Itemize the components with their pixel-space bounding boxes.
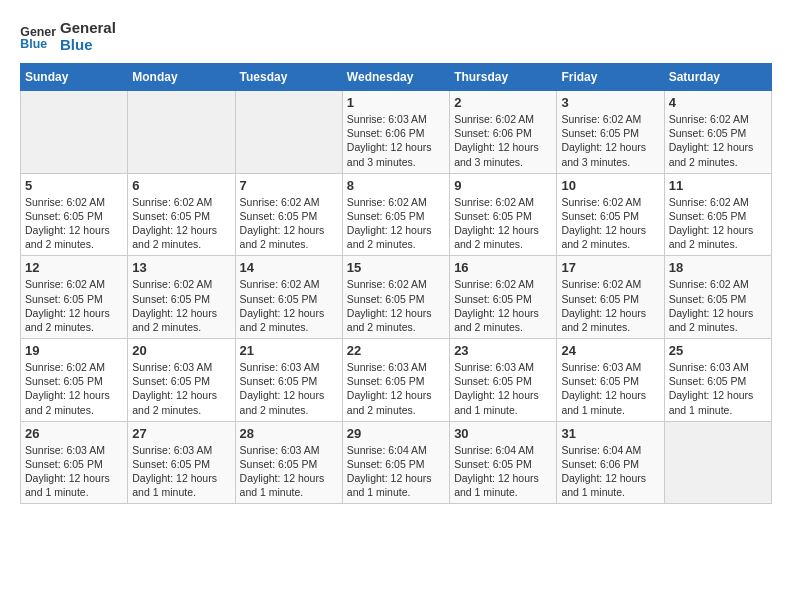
day-info: Sunrise: 6:03 AM Sunset: 6:05 PM Dayligh… <box>132 443 230 500</box>
day-number: 20 <box>132 343 230 358</box>
calendar-cell: 4Sunrise: 6:02 AM Sunset: 6:05 PM Daylig… <box>664 91 771 174</box>
weekday-header-sunday: Sunday <box>21 64 128 91</box>
day-info: Sunrise: 6:03 AM Sunset: 6:05 PM Dayligh… <box>561 360 659 417</box>
day-info: Sunrise: 6:02 AM Sunset: 6:05 PM Dayligh… <box>454 195 552 252</box>
day-number: 18 <box>669 260 767 275</box>
weekday-header-wednesday: Wednesday <box>342 64 449 91</box>
day-info: Sunrise: 6:03 AM Sunset: 6:05 PM Dayligh… <box>25 443 123 500</box>
weekday-header-row: SundayMondayTuesdayWednesdayThursdayFrid… <box>21 64 772 91</box>
day-info: Sunrise: 6:03 AM Sunset: 6:06 PM Dayligh… <box>347 112 445 169</box>
weekday-header-friday: Friday <box>557 64 664 91</box>
day-info: Sunrise: 6:02 AM Sunset: 6:05 PM Dayligh… <box>561 112 659 169</box>
calendar-cell: 13Sunrise: 6:02 AM Sunset: 6:05 PM Dayli… <box>128 256 235 339</box>
weekday-header-monday: Monday <box>128 64 235 91</box>
calendar-cell: 12Sunrise: 6:02 AM Sunset: 6:05 PM Dayli… <box>21 256 128 339</box>
logo-name-blue: Blue <box>60 37 116 54</box>
day-info: Sunrise: 6:02 AM Sunset: 6:05 PM Dayligh… <box>347 277 445 334</box>
calendar-cell: 16Sunrise: 6:02 AM Sunset: 6:05 PM Dayli… <box>450 256 557 339</box>
day-info: Sunrise: 6:02 AM Sunset: 6:05 PM Dayligh… <box>347 195 445 252</box>
calendar-cell: 23Sunrise: 6:03 AM Sunset: 6:05 PM Dayli… <box>450 339 557 422</box>
calendar-cell: 31Sunrise: 6:04 AM Sunset: 6:06 PM Dayli… <box>557 421 664 504</box>
day-number: 6 <box>132 178 230 193</box>
calendar-cell: 25Sunrise: 6:03 AM Sunset: 6:05 PM Dayli… <box>664 339 771 422</box>
day-number: 26 <box>25 426 123 441</box>
calendar-cell: 11Sunrise: 6:02 AM Sunset: 6:05 PM Dayli… <box>664 173 771 256</box>
day-info: Sunrise: 6:02 AM Sunset: 6:05 PM Dayligh… <box>669 277 767 334</box>
day-number: 12 <box>25 260 123 275</box>
calendar-cell: 5Sunrise: 6:02 AM Sunset: 6:05 PM Daylig… <box>21 173 128 256</box>
logo-icon: General Blue <box>20 22 56 52</box>
day-info: Sunrise: 6:02 AM Sunset: 6:05 PM Dayligh… <box>240 277 338 334</box>
day-number: 8 <box>347 178 445 193</box>
day-number: 19 <box>25 343 123 358</box>
day-info: Sunrise: 6:02 AM Sunset: 6:06 PM Dayligh… <box>454 112 552 169</box>
calendar-cell: 9Sunrise: 6:02 AM Sunset: 6:05 PM Daylig… <box>450 173 557 256</box>
calendar-cell: 24Sunrise: 6:03 AM Sunset: 6:05 PM Dayli… <box>557 339 664 422</box>
calendar-cell <box>21 91 128 174</box>
calendar-cell <box>128 91 235 174</box>
day-info: Sunrise: 6:02 AM Sunset: 6:05 PM Dayligh… <box>454 277 552 334</box>
day-info: Sunrise: 6:02 AM Sunset: 6:05 PM Dayligh… <box>25 277 123 334</box>
weekday-header-tuesday: Tuesday <box>235 64 342 91</box>
day-number: 11 <box>669 178 767 193</box>
calendar-cell: 21Sunrise: 6:03 AM Sunset: 6:05 PM Dayli… <box>235 339 342 422</box>
day-number: 15 <box>347 260 445 275</box>
day-number: 5 <box>25 178 123 193</box>
day-info: Sunrise: 6:03 AM Sunset: 6:05 PM Dayligh… <box>240 443 338 500</box>
svg-text:Blue: Blue <box>20 37 47 51</box>
calendar-table: SundayMondayTuesdayWednesdayThursdayFrid… <box>20 63 772 504</box>
day-number: 17 <box>561 260 659 275</box>
day-number: 2 <box>454 95 552 110</box>
day-number: 27 <box>132 426 230 441</box>
day-info: Sunrise: 6:02 AM Sunset: 6:05 PM Dayligh… <box>25 195 123 252</box>
calendar-cell: 27Sunrise: 6:03 AM Sunset: 6:05 PM Dayli… <box>128 421 235 504</box>
calendar-cell: 2Sunrise: 6:02 AM Sunset: 6:06 PM Daylig… <box>450 91 557 174</box>
calendar-cell: 22Sunrise: 6:03 AM Sunset: 6:05 PM Dayli… <box>342 339 449 422</box>
calendar-cell <box>235 91 342 174</box>
calendar-cell: 28Sunrise: 6:03 AM Sunset: 6:05 PM Dayli… <box>235 421 342 504</box>
calendar-cell: 1Sunrise: 6:03 AM Sunset: 6:06 PM Daylig… <box>342 91 449 174</box>
day-info: Sunrise: 6:03 AM Sunset: 6:05 PM Dayligh… <box>454 360 552 417</box>
calendar-cell: 10Sunrise: 6:02 AM Sunset: 6:05 PM Dayli… <box>557 173 664 256</box>
day-number: 14 <box>240 260 338 275</box>
day-info: Sunrise: 6:02 AM Sunset: 6:05 PM Dayligh… <box>132 277 230 334</box>
day-number: 23 <box>454 343 552 358</box>
calendar-cell: 20Sunrise: 6:03 AM Sunset: 6:05 PM Dayli… <box>128 339 235 422</box>
logo: General Blue General Blue <box>20 20 116 53</box>
day-number: 30 <box>454 426 552 441</box>
day-number: 3 <box>561 95 659 110</box>
calendar-week-row: 12Sunrise: 6:02 AM Sunset: 6:05 PM Dayli… <box>21 256 772 339</box>
calendar-cell <box>664 421 771 504</box>
day-number: 31 <box>561 426 659 441</box>
calendar-week-row: 19Sunrise: 6:02 AM Sunset: 6:05 PM Dayli… <box>21 339 772 422</box>
day-number: 24 <box>561 343 659 358</box>
day-info: Sunrise: 6:02 AM Sunset: 6:05 PM Dayligh… <box>132 195 230 252</box>
day-info: Sunrise: 6:03 AM Sunset: 6:05 PM Dayligh… <box>240 360 338 417</box>
day-number: 1 <box>347 95 445 110</box>
day-info: Sunrise: 6:04 AM Sunset: 6:05 PM Dayligh… <box>454 443 552 500</box>
calendar-cell: 3Sunrise: 6:02 AM Sunset: 6:05 PM Daylig… <box>557 91 664 174</box>
calendar-week-row: 1Sunrise: 6:03 AM Sunset: 6:06 PM Daylig… <box>21 91 772 174</box>
day-info: Sunrise: 6:04 AM Sunset: 6:05 PM Dayligh… <box>347 443 445 500</box>
weekday-header-thursday: Thursday <box>450 64 557 91</box>
day-info: Sunrise: 6:02 AM Sunset: 6:05 PM Dayligh… <box>669 195 767 252</box>
day-info: Sunrise: 6:02 AM Sunset: 6:05 PM Dayligh… <box>25 360 123 417</box>
calendar-cell: 15Sunrise: 6:02 AM Sunset: 6:05 PM Dayli… <box>342 256 449 339</box>
logo-name-general: General <box>60 20 116 37</box>
calendar-cell: 7Sunrise: 6:02 AM Sunset: 6:05 PM Daylig… <box>235 173 342 256</box>
day-number: 29 <box>347 426 445 441</box>
weekday-header-saturday: Saturday <box>664 64 771 91</box>
day-number: 16 <box>454 260 552 275</box>
calendar-cell: 29Sunrise: 6:04 AM Sunset: 6:05 PM Dayli… <box>342 421 449 504</box>
calendar-cell: 19Sunrise: 6:02 AM Sunset: 6:05 PM Dayli… <box>21 339 128 422</box>
calendar-cell: 6Sunrise: 6:02 AM Sunset: 6:05 PM Daylig… <box>128 173 235 256</box>
calendar-week-row: 5Sunrise: 6:02 AM Sunset: 6:05 PM Daylig… <box>21 173 772 256</box>
day-number: 4 <box>669 95 767 110</box>
day-info: Sunrise: 6:04 AM Sunset: 6:06 PM Dayligh… <box>561 443 659 500</box>
day-info: Sunrise: 6:03 AM Sunset: 6:05 PM Dayligh… <box>347 360 445 417</box>
day-number: 25 <box>669 343 767 358</box>
day-number: 28 <box>240 426 338 441</box>
day-number: 21 <box>240 343 338 358</box>
page-header: General Blue General Blue <box>20 20 772 53</box>
day-info: Sunrise: 6:02 AM Sunset: 6:05 PM Dayligh… <box>240 195 338 252</box>
